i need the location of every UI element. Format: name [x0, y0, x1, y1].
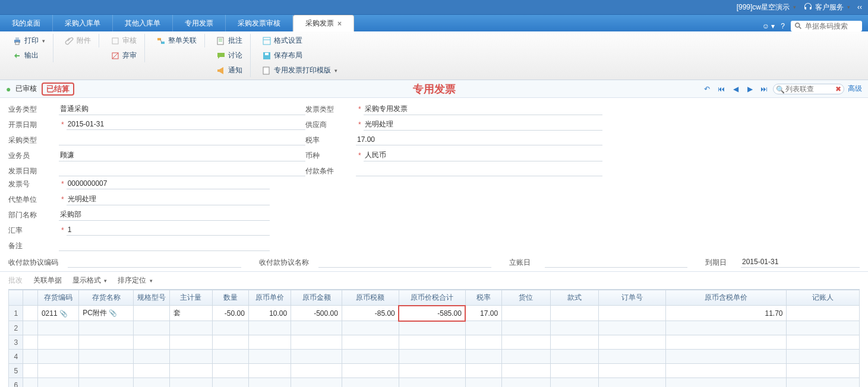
- tax-value[interactable]: 17.00: [356, 135, 602, 145]
- toolbar: 打印▾ 输出 附件 审核 弃审 整单关联 批注 讨论 通知 格式设置 保存布局 …: [0, 31, 868, 80]
- col-rownum[interactable]: [9, 290, 23, 306]
- help-icon[interactable]: ?: [781, 22, 785, 30]
- replace-value[interactable]: 光明处理: [67, 194, 270, 205]
- inv-no-value[interactable]: 0000000007: [67, 179, 270, 189]
- acct-date-value[interactable]: [545, 257, 687, 268]
- col-name[interactable]: 存货名称: [79, 290, 134, 306]
- col-order[interactable]: 订单号: [599, 290, 665, 306]
- audit-button: 审核: [108, 34, 140, 47]
- col-spec[interactable]: 规格型号: [134, 290, 170, 306]
- table-row[interactable]: 5: [9, 364, 860, 378]
- payment-label: 付款条件: [305, 166, 356, 176]
- col-qty[interactable]: 数量: [212, 290, 248, 306]
- tab-purchase-invoice[interactable]: 采购发票×: [293, 15, 354, 31]
- col-price[interactable]: 原币单价: [248, 290, 291, 306]
- svg-rect-3: [15, 37, 19, 40]
- collapse-icon[interactable]: ‹‹: [857, 3, 862, 11]
- table-row[interactable]: 1 0211 📎 PC附件 📎 套 -50.0010.00-500.00 -85…: [9, 306, 860, 321]
- nav-next-icon[interactable]: ▶: [744, 84, 755, 94]
- nav-last-icon[interactable]: ⏭: [759, 84, 769, 94]
- col-check[interactable]: [23, 290, 37, 306]
- reject-button[interactable]: 弃审: [108, 49, 140, 62]
- nav-first-icon[interactable]: ⏮: [716, 84, 727, 94]
- table-row[interactable]: 2: [9, 321, 860, 335]
- dept-value[interactable]: 采购部: [59, 209, 270, 221]
- col-code[interactable]: 存货编码: [37, 290, 78, 306]
- smiley-icon[interactable]: ☺ ▾: [762, 22, 775, 30]
- data-grid[interactable]: 存货编码 存货名称 规格型号 主计量 数量 原币单价 原币金额 原币税额 原币价…: [8, 289, 860, 387]
- inv-type-value[interactable]: 采购专用发票: [364, 103, 602, 115]
- nav-prev-icon[interactable]: ◀: [730, 84, 741, 94]
- advanced-link[interactable]: 高级: [848, 84, 862, 94]
- tab-desktop[interactable]: 我的桌面: [0, 15, 53, 31]
- workspace-name[interactable]: [999]cw星空演示 ▾: [737, 2, 796, 12]
- format-button[interactable]: 格式设置: [259, 34, 340, 47]
- clerk-value[interactable]: 顾濂: [59, 150, 305, 161]
- close-icon[interactable]: ×: [337, 20, 342, 28]
- undo-icon[interactable]: ↶: [702, 84, 712, 94]
- payment-value[interactable]: [356, 166, 602, 176]
- col-taxprice[interactable]: 原币含税单价: [665, 290, 787, 306]
- chevron-down-icon: ▾: [334, 68, 337, 74]
- biz-type-value[interactable]: 普通采购: [59, 103, 305, 115]
- export-button[interactable]: 输出: [10, 49, 48, 62]
- tab-other-in[interactable]: 其他入库单: [113, 15, 173, 31]
- invoice-date-value[interactable]: [59, 166, 305, 176]
- list-search-input[interactable]: [785, 85, 833, 93]
- currency-value[interactable]: 人民币: [364, 150, 602, 161]
- tabbar: 我的桌面 采购入库单 其他入库单 专用发票 采购发票审核 采购发票× ☺ ▾ ?: [0, 15, 868, 31]
- display-format-button[interactable]: 显示格式 ▾: [72, 275, 107, 286]
- save-layout-button[interactable]: 保存布局: [259, 49, 340, 62]
- search-icon: [794, 22, 803, 30]
- col-accountant[interactable]: 记账人: [787, 290, 860, 306]
- header-row: 存货编码 存货名称 规格型号 主计量 数量 原币单价 原币金额 原币税额 原币价…: [9, 290, 860, 306]
- annotate-button[interactable]: 批注: [213, 34, 245, 47]
- col-loc[interactable]: 货位: [502, 290, 551, 306]
- tab-invoice-audit[interactable]: 采购发票审核: [226, 15, 293, 31]
- link-doc-button[interactable]: 关联单据: [33, 275, 62, 286]
- proto-code-value[interactable]: [68, 257, 241, 268]
- tab-purchase-in[interactable]: 采购入库单: [53, 15, 113, 31]
- barcode-input[interactable]: [805, 22, 858, 30]
- purch-type-value[interactable]: [59, 135, 305, 145]
- rate-value[interactable]: 1: [67, 225, 270, 236]
- open-date-value[interactable]: 2015-01-31: [67, 119, 305, 130]
- tax-label: 税率: [305, 135, 356, 145]
- due-date-value[interactable]: 2015-01-31: [741, 257, 860, 268]
- table-row[interactable]: 3: [9, 335, 860, 350]
- link-button[interactable]: 整单关联: [153, 34, 200, 47]
- tab-right-tools: ☺ ▾ ?: [756, 21, 868, 31]
- due-date-label: 到期日: [705, 258, 741, 268]
- list-search[interactable]: 🔍 ✖: [773, 84, 844, 94]
- chat-icon: [216, 51, 226, 61]
- link-icon: [156, 36, 166, 46]
- col-style[interactable]: 款式: [550, 290, 599, 306]
- invoice-date-label: 发票日期: [8, 166, 59, 176]
- clear-icon[interactable]: ✖: [835, 85, 841, 93]
- grid-toolbar: 批改 关联单据 显示格式 ▾ 排序定位 ▾: [0, 271, 868, 289]
- notify-button[interactable]: 通知: [213, 64, 245, 77]
- col-rate[interactable]: 税率: [465, 290, 501, 306]
- discuss-button[interactable]: 讨论: [213, 49, 245, 62]
- support-link[interactable]: 客户服务 ▾: [803, 2, 850, 12]
- sort-button[interactable]: 排序定位 ▾: [118, 275, 152, 286]
- svg-rect-4: [15, 42, 19, 45]
- print-button[interactable]: 打印▾: [10, 34, 48, 47]
- col-tax[interactable]: 原币税额: [342, 290, 399, 306]
- remark-value[interactable]: [59, 240, 270, 251]
- layout-icon: [262, 36, 272, 46]
- proto-name-value[interactable]: [318, 257, 492, 268]
- table-row[interactable]: 6: [9, 378, 860, 388]
- col-total[interactable]: 原币价税合计: [399, 290, 465, 306]
- col-unit[interactable]: 主计量: [170, 290, 212, 306]
- export-icon: [12, 51, 22, 61]
- form-area: 业务类型普通采购 开票日期*2015-01-31 采购类型 业务员顾濂 发票日期…: [0, 98, 868, 271]
- barcode-search[interactable]: [791, 21, 862, 31]
- status-bar: ● 已审核 已结算 专用发票 ↶ ⏮ ◀ ▶ ⏭ 🔍 ✖ 高级: [0, 80, 868, 98]
- supplier-value[interactable]: 光明处理: [364, 119, 602, 131]
- tab-special-invoice[interactable]: 专用发票: [173, 15, 226, 31]
- template-button[interactable]: 专用发票打印模版▾: [259, 64, 340, 77]
- chevron-down-icon: ▾: [42, 38, 45, 44]
- col-amt[interactable]: 原币金额: [291, 290, 342, 306]
- table-row[interactable]: 4: [9, 350, 860, 364]
